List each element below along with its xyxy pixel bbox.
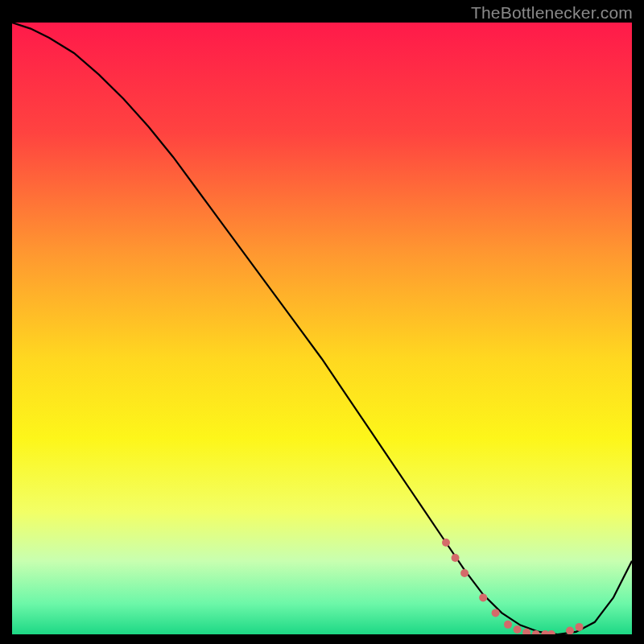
data-point-marker <box>460 569 469 577</box>
plot-frame <box>12 23 632 634</box>
data-point-marker <box>514 625 522 634</box>
watermark-text: TheBottlenecker.com <box>471 3 633 23</box>
gradient-background <box>12 23 632 634</box>
data-point-marker <box>492 609 500 617</box>
data-point-marker <box>504 621 512 629</box>
data-point-marker <box>452 554 460 562</box>
chart-svg <box>12 23 632 634</box>
data-point-marker <box>566 626 574 634</box>
data-point-marker <box>479 593 487 601</box>
data-point-marker <box>442 539 450 547</box>
data-point-marker <box>576 623 584 631</box>
